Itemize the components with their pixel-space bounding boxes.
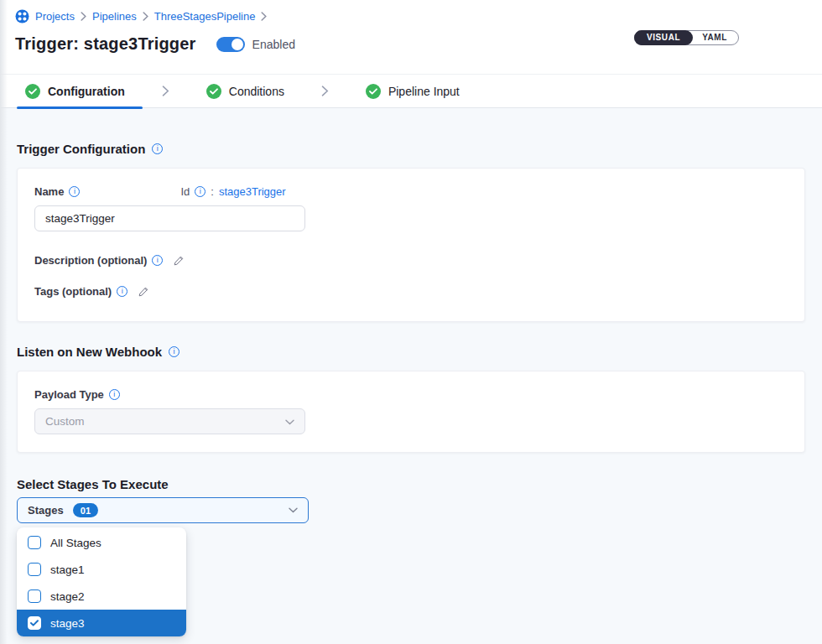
name-label-text: Name <box>34 185 64 198</box>
check-circle-icon <box>366 84 381 99</box>
description-label: Description (optional) i <box>34 254 163 267</box>
description-label-text: Description (optional) <box>34 254 147 267</box>
webhook-heading: Listen on New Webhook i <box>17 345 805 359</box>
checkbox-unchecked[interactable] <box>28 563 41 576</box>
tab-label: Pipeline Input <box>388 85 460 98</box>
trigger-configuration-heading: Trigger Configuration i <box>17 142 805 156</box>
yaml-mode-button[interactable]: YAML <box>689 30 738 45</box>
selected-count-badge: 01 <box>73 503 99 517</box>
edit-description-pencil-icon[interactable] <box>173 255 185 267</box>
info-icon[interactable]: i <box>195 186 206 197</box>
webhook-card: Payload Type i Custom <box>17 371 805 453</box>
chevron-right-icon <box>321 86 329 96</box>
breadcrumb: Projects Pipelines ThreeStagesPipeline <box>15 9 805 23</box>
stage-option-stage3[interactable]: stage3 <box>17 610 186 636</box>
tab-pipeline-input[interactable]: Pipeline Input <box>366 84 460 99</box>
page-header: Projects Pipelines ThreeStagesPipeline T… <box>0 0 822 74</box>
section-title-text: Listen on New Webhook <box>17 345 162 359</box>
stage-option-label: All Stages <box>50 537 101 549</box>
edit-tags-pencil-icon[interactable] <box>138 286 149 298</box>
payload-type-label: Payload Type i <box>34 388 120 401</box>
tab-label: Configuration <box>48 85 125 98</box>
stage-option-stage2[interactable]: stage2 <box>17 583 186 610</box>
chevron-right-icon <box>81 12 86 21</box>
info-icon[interactable]: i <box>109 389 120 400</box>
payload-type-select[interactable]: Custom <box>34 408 305 434</box>
tags-label: Tags (optional) i <box>34 285 127 298</box>
trigger-id: Id i : stage3Trigger <box>180 185 285 198</box>
section-title-text: Select Stages To Execute <box>17 477 169 491</box>
breadcrumb-pipelines[interactable]: Pipelines <box>92 10 137 23</box>
toggle-knob <box>232 39 243 50</box>
wizard-tabbar: Configuration Conditions Pipeline Input <box>0 74 822 108</box>
enabled-toggle[interactable] <box>216 37 245 52</box>
active-tab-underline <box>17 106 143 109</box>
chevron-right-icon <box>261 12 267 21</box>
stage-option-label: stage1 <box>50 564 85 576</box>
name-label: Name i <box>34 185 80 198</box>
id-label-text: Id <box>180 185 190 198</box>
visual-yaml-toggle: VISUAL YAML <box>634 30 739 45</box>
stage-option-label: stage2 <box>50 590 85 603</box>
checkbox-unchecked[interactable] <box>28 589 41 603</box>
info-icon[interactable]: i <box>69 186 80 197</box>
trigger-name-input[interactable] <box>34 205 305 231</box>
projects-grid-icon <box>15 9 29 23</box>
visual-mode-button[interactable]: VISUAL <box>634 30 693 45</box>
tags-row: Tags (optional) i <box>34 285 788 298</box>
main-content: Trigger Configuration i Name i Id i : st… <box>0 142 822 523</box>
chevron-down-icon <box>289 507 298 513</box>
stage-option-stage1[interactable]: stage1 <box>17 556 186 583</box>
description-row: Description (optional) i <box>34 254 788 267</box>
stage-option-label: stage3 <box>50 617 85 630</box>
page-title: Trigger: stage3Trigger <box>15 34 196 54</box>
checkbox-checked[interactable] <box>28 616 41 630</box>
id-colon: : <box>211 185 214 198</box>
section-title-text: Trigger Configuration <box>17 142 145 156</box>
checkbox-unchecked[interactable] <box>28 536 41 549</box>
stages-multiselect[interactable]: Stages 01 <box>17 497 309 523</box>
chevron-right-icon <box>143 12 148 21</box>
stages-field-label: Stages <box>28 504 64 517</box>
trigger-configuration-card: Name i Id i : stage3Trigger Description … <box>17 168 805 322</box>
check-circle-icon <box>206 84 221 99</box>
enabled-toggle-label: Enabled <box>252 38 295 51</box>
breadcrumb-projects[interactable]: Projects <box>35 10 75 23</box>
tab-configuration[interactable]: Configuration <box>25 84 125 99</box>
info-icon[interactable]: i <box>152 255 163 266</box>
chevron-down-icon <box>285 415 294 428</box>
info-icon[interactable]: i <box>152 143 163 154</box>
id-value: stage3Trigger <box>219 185 286 198</box>
payload-type-value: Custom <box>45 415 85 428</box>
breadcrumb-pipeline-name[interactable]: ThreeStagesPipeline <box>154 10 256 23</box>
select-stages-heading: Select Stages To Execute <box>17 477 805 491</box>
stages-dropdown-menu: All Stages stage1 stage2 stage3 <box>17 527 186 636</box>
stage-option-all-stages[interactable]: All Stages <box>17 529 186 556</box>
check-circle-icon <box>25 84 40 99</box>
payload-type-label-text: Payload Type <box>34 388 104 401</box>
info-icon[interactable]: i <box>117 286 127 297</box>
tab-label: Conditions <box>229 85 284 98</box>
chevron-right-icon <box>162 86 169 96</box>
tags-label-text: Tags (optional) <box>34 285 112 298</box>
name-id-row: Name i Id i : stage3Trigger <box>34 185 788 198</box>
tab-conditions[interactable]: Conditions <box>206 84 284 99</box>
info-icon[interactable]: i <box>169 346 179 357</box>
